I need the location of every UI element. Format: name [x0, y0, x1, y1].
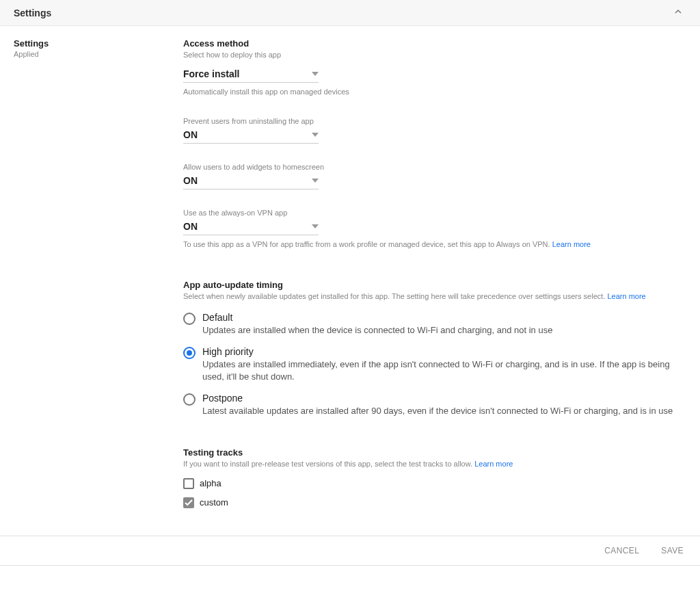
collapse-icon[interactable] [670, 3, 686, 22]
header-title: Settings [14, 8, 670, 18]
checkbox-label: alpha [200, 478, 221, 488]
radio-description: Updates are installed when the device is… [202, 324, 686, 337]
testing-tracks-learn-more-link[interactable]: Learn more [474, 460, 513, 468]
testing-tracks-options: alphacustom [183, 478, 686, 508]
sidebar: Settings Applied [14, 38, 183, 508]
chevron-down-icon [312, 72, 319, 76]
widgets-dropdown[interactable]: ON [183, 172, 319, 189]
settings-header: Settings [0, 0, 700, 26]
radio-icon [183, 393, 196, 406]
radio-label: Default [202, 312, 686, 323]
prevent-uninstall-dropdown[interactable]: ON [183, 127, 319, 144]
vpn-hint-text: To use this app as a VPN for app traffic… [183, 240, 550, 248]
auto-update-option[interactable]: High priorityUpdates are installed immed… [183, 346, 686, 383]
radio-label: High priority [202, 346, 686, 357]
vpn-label: Use as the always-on VPN app [183, 209, 686, 217]
testing-track-option[interactable]: alpha [183, 478, 686, 489]
access-method-subtitle: Select how to deploy this app [183, 50, 686, 60]
vpn-value: ON [183, 221, 198, 232]
access-method-value: Force install [183, 68, 239, 79]
access-method-hint: Automatically install this app on manage… [183, 87, 686, 97]
testing-tracks-subtitle: If you want to install pre-release test … [183, 459, 686, 469]
radio-icon [183, 347, 196, 359]
checkbox-label: custom [200, 497, 228, 508]
radio-label: Postpone [202, 393, 686, 404]
auto-update-title: App auto-update timing [183, 280, 686, 290]
auto-update-option[interactable]: PostponeLatest available updates are ins… [183, 393, 686, 417]
vpn-hint: To use this app as a VPN for app traffic… [183, 239, 686, 250]
radio-description: Updates are installed immediately, even … [202, 358, 686, 383]
widgets-value: ON [183, 175, 198, 186]
access-method-title: Access method [183, 38, 686, 49]
vpn-learn-more-link[interactable]: Learn more [552, 240, 591, 248]
radio-icon [183, 313, 196, 325]
sidebar-status: Applied [14, 50, 183, 58]
chevron-down-icon [312, 133, 319, 137]
chevron-down-icon [312, 224, 319, 228]
access-method-dropdown[interactable]: Force install [183, 66, 319, 83]
vpn-dropdown[interactable]: ON [183, 218, 319, 235]
prevent-uninstall-value: ON [183, 129, 198, 140]
testing-tracks-subtitle-text: If you want to install pre-release test … [183, 460, 472, 468]
checkbox-icon [183, 478, 194, 489]
testing-tracks-title: Testing tracks [183, 447, 686, 458]
auto-update-subtitle-text: Select when newly available updates get … [183, 292, 605, 300]
auto-update-options: DefaultUpdates are installed when the de… [183, 312, 686, 418]
auto-update-option[interactable]: DefaultUpdates are installed when the de… [183, 312, 686, 337]
prevent-uninstall-label: Prevent users from uninstalling the app [183, 117, 686, 125]
cancel-button[interactable]: CANCEL [604, 546, 639, 555]
auto-update-subtitle: Select when newly available updates get … [183, 291, 686, 302]
chevron-down-icon [312, 179, 319, 183]
radio-description: Latest available updates are installed a… [202, 405, 686, 417]
sidebar-title: Settings [14, 38, 183, 49]
widgets-label: Allow users to add widgets to homescreen [183, 163, 686, 171]
auto-update-learn-more-link[interactable]: Learn more [607, 292, 645, 300]
checkbox-checked-icon [183, 497, 194, 508]
footer: CANCEL SAVE [0, 536, 700, 566]
save-button[interactable]: SAVE [661, 546, 684, 555]
testing-track-option[interactable]: custom [183, 497, 686, 508]
